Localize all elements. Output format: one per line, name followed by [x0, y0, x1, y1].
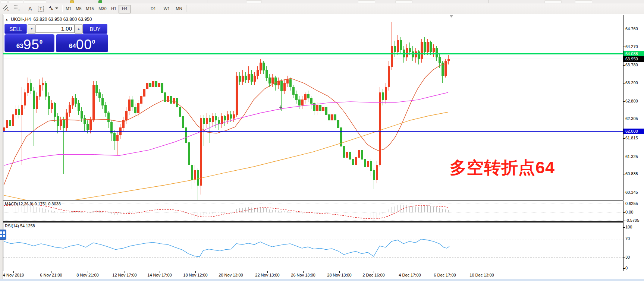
time-axis-label: 8 Nov 21:00	[70, 273, 106, 277]
sell-button[interactable]: SELL	[4, 24, 27, 34]
price-axis-label: 62.305	[625, 116, 638, 121]
time-axis-label: 22 Nov 13:00	[249, 273, 285, 277]
sell-price-superscript: 0	[40, 38, 43, 45]
long-ma-line	[4, 112, 448, 203]
volume-decrease-button[interactable]: ▼	[28, 24, 36, 34]
macd-layer	[3, 204, 623, 221]
docked-widget-icon[interactable]	[0, 230, 6, 240]
price-axis-label: 60.835	[625, 171, 638, 176]
price-axis-label: 61.325	[625, 154, 638, 159]
macd-signal-line	[4, 205, 448, 219]
buy-price-big: 00	[76, 38, 92, 51]
mt4-window: E F A T M1M5M15M30H1H4D1W1MN	[0, 0, 644, 281]
rsi-axis-label: 30	[625, 255, 630, 259]
sell-price-prefix: 63	[16, 42, 23, 50]
macd-axis-label: 0.6255	[625, 201, 638, 206]
price-axis-label: 64.760	[625, 26, 638, 31]
macd-label: MACD(12,26,9) 0.1751 0.3038	[5, 202, 61, 206]
time-axis-label: 18 Nov 12:00	[178, 273, 213, 277]
time-axis-label: 12 Nov 17:00	[107, 273, 142, 277]
time-axis-label: 6 Nov 21:00	[33, 273, 69, 277]
time-axis-label: 4 Dec 17:00	[392, 273, 428, 277]
moving-averages-layer	[4, 63, 448, 203]
buy-button[interactable]: BUY	[83, 24, 107, 34]
buy-price-button[interactable]: 64 00 0	[56, 34, 108, 52]
rsi-axis-label: 70	[625, 236, 630, 241]
buy-price-prefix: 64	[69, 42, 76, 50]
macd-axis-label: 0.00	[625, 210, 633, 214]
volume-input[interactable]	[36, 24, 75, 33]
time-axis-label: 6 Dec 17:00	[427, 273, 463, 277]
rsi-label: RSI(14) 54.1258	[5, 224, 35, 228]
price-tag-63.950: 63.950	[623, 56, 644, 62]
time-axis-label: 2 Dec 16:00	[356, 273, 392, 277]
price-axis-label: 64.270	[625, 44, 638, 49]
time-axis-label: 26 Nov 13:00	[285, 273, 321, 277]
rsi-line	[4, 239, 449, 257]
time-axis-label: 28 Nov 13:00	[321, 273, 357, 277]
buy-price-superscript: 0	[92, 38, 95, 45]
price-tag-64.088: 64.088	[623, 51, 644, 57]
price-axis-label: 61.815	[625, 136, 638, 140]
chevron-up-icon: ▲	[77, 27, 80, 31]
sell-price-button[interactable]: 63 95 0	[4, 34, 54, 52]
rsi-axis-label: 100	[625, 225, 632, 229]
fast-ma-line	[4, 63, 448, 185]
time-axis-label: 14 Nov 17:00	[142, 273, 178, 277]
macd-histogram	[4, 204, 449, 220]
horizontal-lines-layer	[3, 54, 623, 132]
price-axis-label: 63.780	[625, 63, 638, 67]
rsi-axis-label: 0	[625, 266, 628, 270]
axis-ticks	[14, 29, 625, 273]
macd-axis-label: -0.5705	[625, 218, 639, 222]
sell-price-big: 95	[23, 38, 40, 51]
price-tag-62.000: 62.000	[623, 129, 644, 134]
symbol-title: UKOil-,H4 63.820 63.950 63.800 63.950	[11, 17, 92, 22]
volume-increase-button[interactable]: ▲	[75, 24, 83, 34]
collapse-panel-icon[interactable]: ▲	[5, 18, 8, 21]
rsi-layer	[3, 239, 623, 258]
time-axis-label: 4 Nov 2019	[0, 273, 31, 277]
chevron-down-icon: ▼	[30, 27, 33, 31]
slow-ma-line	[4, 92, 448, 165]
price-axis-label: 63.290	[625, 80, 638, 85]
chart-annotation-text: 多空转折点64	[450, 157, 555, 179]
bearish-candles	[9, 37, 443, 202]
price-axis-label: 62.800	[625, 99, 638, 103]
time-axis-label: 10 Dec 13:00	[464, 273, 500, 277]
symbol-ohlc-line: ▲ UKOil-,H4 63.820 63.950 63.800 63.950	[5, 17, 92, 22]
window-bottom-edge	[0, 279, 644, 281]
one-click-trading-widget: SELL ▼ ▲ BUY 63 95 0 64 00 0	[4, 23, 108, 51]
price-axis-label: 60.345	[625, 190, 638, 195]
time-axis-label: 20 Nov 13:00	[213, 273, 249, 277]
chart-shift-marker-icon	[450, 15, 453, 18]
rsi-panel-border	[3, 222, 623, 271]
